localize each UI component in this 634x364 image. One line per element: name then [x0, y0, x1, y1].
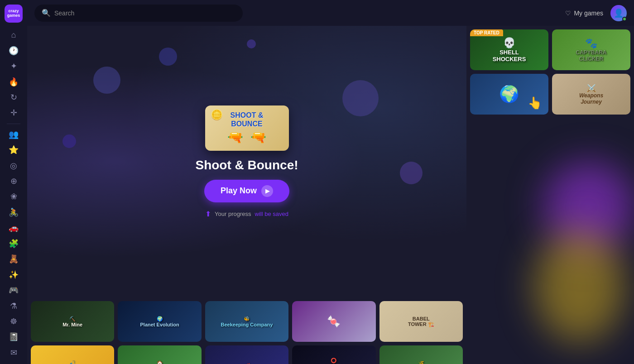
search-icon: 🔍 [42, 9, 51, 17]
wheel-icon[interactable]: ☸ [5, 315, 23, 328]
heart-icon: ♡ [565, 10, 571, 17]
thumbnail-title: SHOOT &BOUNCE [231, 111, 264, 128]
blob-purple [543, 162, 634, 252]
play-now-button[interactable]: Play Now ▶ [204, 180, 289, 202]
card-bg: BABELTOWER 🏗️ [379, 301, 463, 342]
divider-1 [7, 124, 20, 124]
play-circle-icon: ▶ [261, 185, 273, 197]
card-bg: 🌍Planet Evolution [118, 301, 201, 342]
hero-content: 🪙 SHOOT &BOUNCE 🔫 🔫 Shoot & Bounce! Play… [195, 105, 298, 218]
game-card-planet-evolution[interactable]: 🌍Planet Evolution [118, 301, 201, 342]
bubble-5 [400, 162, 423, 184]
game-row-2: 🎣Tiny Fishing 🏠Idle House Build 🏎️Smash … [31, 345, 463, 364]
card-bg: 🌾Idle Farming Business [379, 345, 463, 364]
header: 🔍 ♡ My games 👤 [27, 0, 634, 26]
top-rated-badge: TOP RATED [470, 29, 503, 36]
progress-text: Your progress [215, 211, 251, 217]
game-card-tiny-fishing[interactable]: 🎣Tiny Fishing [31, 345, 114, 364]
blob-yellow [534, 230, 625, 343]
world-title: 🌍 👆 [495, 81, 523, 107]
book-icon[interactable]: 📓 [5, 330, 23, 344]
crosshair-icon[interactable]: ✛ [5, 106, 23, 120]
hot-icon[interactable]: 🔥 [5, 75, 23, 88]
guns-decoration: 🔫 🔫 [227, 130, 266, 145]
friends-icon[interactable]: 👥 [5, 127, 23, 141]
game-card-babel-tower[interactable]: BABELTOWER 🏗️ [379, 301, 463, 342]
featured-games: TOP RATED 💀 SHELLSHOCKERS 🐾 CAPYBARACLIC… [470, 29, 630, 115]
star-icon[interactable]: ⭐ [5, 143, 23, 157]
game-card-idle-farming[interactable]: 🌾Idle Farming Business [379, 345, 463, 364]
progress-note: ⬆ Your progress will be saved [205, 210, 288, 218]
puzzle-icon[interactable]: 🧩 [5, 237, 23, 250]
mail-icon[interactable]: ✉ [5, 346, 23, 359]
header-right: ♡ My games 👤 [565, 5, 627, 21]
search-bar[interactable]: 🔍 [34, 5, 243, 22]
game-main: 🪙 SHOOT &BOUNCE 🔫 🔫 Shoot & Bounce! Play… [27, 26, 466, 364]
logo-box: crazygames [5, 5, 23, 23]
home-icon[interactable]: ⌂ [5, 28, 23, 42]
my-games-button[interactable]: ♡ My games [565, 10, 603, 17]
capybara-title: 🐾 CAPYBARACLICKER [572, 34, 610, 66]
logo[interactable]: crazygames [4, 5, 24, 23]
play-button-label: Play Now [221, 186, 257, 196]
bubble-4 [62, 134, 76, 148]
progress-highlight: will be saved [255, 211, 288, 217]
bubble-6 [247, 39, 256, 48]
shell-title: 💀 SHELLSHOCKERS [489, 34, 530, 66]
main-content: 🔍 ♡ My games 👤 [27, 0, 634, 364]
baby-icon[interactable]: 🧸 [5, 252, 23, 266]
car-icon[interactable]: 🚗 [5, 221, 23, 235]
game-card-smash-karts[interactable]: 🏎️Smash Karts [205, 345, 288, 364]
hero-section: 🪙 SHOOT &BOUNCE 🔫 🔫 Shoot & Bounce! Play… [27, 26, 466, 297]
featured-card-weapons-journey[interactable]: ⚔️ WeaponsJourney [552, 74, 630, 115]
recent-icon[interactable]: 🕐 [5, 43, 23, 57]
thumbnail-inner: SHOOT &BOUNCE 🔫 🔫 [227, 111, 266, 145]
card-bg: ⭕Revolution Idle XDEMO [292, 345, 375, 364]
game-thumbnail[interactable]: 🪙 SHOOT &BOUNCE 🔫 🔫 [205, 105, 289, 151]
update-icon[interactable]: ↻ [5, 91, 23, 104]
featured-card-shell-shockers[interactable]: TOP RATED 💀 SHELLSHOCKERS [470, 29, 548, 70]
search-input[interactable] [54, 10, 235, 17]
card-bg: 🏠Idle House Build [118, 345, 201, 364]
bubble-1 [93, 67, 120, 94]
card-bg: ⛏️Mr. Mine [31, 301, 114, 342]
card-bg: 🐝Beekeeping Company [205, 301, 288, 342]
game-card-candy[interactable]: 🍬 [292, 301, 375, 342]
plants-icon[interactable]: ❀ [5, 190, 23, 203]
category-icon[interactable]: ⊕ [5, 174, 23, 188]
my-games-label: My games [574, 10, 603, 17]
game-row-1: ⛏️Mr. Mine 🌍Planet Evolution 🐝Beekeeping… [31, 301, 463, 342]
sports-icon[interactable]: 🚴 [5, 206, 23, 219]
weapons-title: ⚔️ WeaponsJourney [576, 80, 607, 109]
featured-card-capybara[interactable]: 🐾 CAPYBARACLICKER [552, 29, 630, 70]
avatar-online-dot [622, 17, 627, 21]
new-icon[interactable]: ✦ [5, 59, 23, 73]
card-bg: 🎣Tiny Fishing [31, 345, 114, 364]
game-title: Shoot & Bounce! [195, 158, 298, 172]
featured-card-world[interactable]: 🌍 👆 [470, 74, 548, 115]
compass-icon[interactable]: ◎ [5, 158, 23, 172]
game-grid: ⛏️Mr. Mine 🌍Planet Evolution 🐝Beekeeping… [27, 297, 466, 364]
bubble-2 [159, 48, 177, 66]
card-bg: 🍬 [292, 301, 375, 342]
avatar[interactable]: 👤 [610, 5, 627, 21]
flask-icon[interactable]: ⚗ [5, 299, 23, 312]
game-card-beekeeping[interactable]: 🐝Beekeeping Company [205, 301, 288, 342]
bubble-3 [342, 80, 379, 116]
card-bg: 🏎️Smash Karts [205, 345, 288, 364]
events-icon[interactable]: ✨ [5, 268, 23, 281]
coin-icon: 🪙 [211, 109, 223, 121]
sidebar: crazygames ⌂ 🕐 ✦ 🔥 ↻ ✛ 👥 ⭐ ◎ ⊕ ❀ 🚴 🚗 🧩 🧸… [0, 0, 27, 364]
progress-icon: ⬆ [205, 210, 211, 218]
game-card-revolution-idle-x[interactable]: ⭕Revolution Idle XDEMO [292, 345, 375, 364]
controller-icon[interactable]: 🎮 [5, 283, 23, 297]
content: 🪙 SHOOT &BOUNCE 🔫 🔫 Shoot & Bounce! Play… [27, 26, 634, 364]
right-panel: TOP RATED 💀 SHELLSHOCKERS 🐾 CAPYBARACLIC… [466, 26, 634, 364]
game-card-mr-mine[interactable]: ⛏️Mr. Mine [31, 301, 114, 342]
game-card-idle-house-build[interactable]: 🏠Idle House Build [118, 345, 201, 364]
